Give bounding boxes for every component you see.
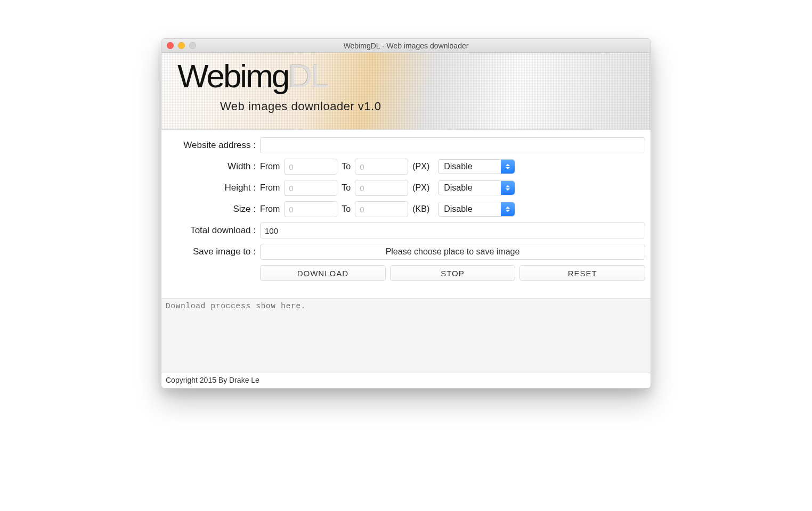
width-to-input[interactable] bbox=[355, 159, 408, 175]
logo-suffix: DL bbox=[288, 57, 327, 94]
height-label: Height : bbox=[167, 183, 260, 193]
width-from-label: From bbox=[260, 162, 280, 171]
total-label: Total download : bbox=[167, 225, 260, 236]
width-unit: (PX) bbox=[412, 162, 434, 171]
banner-subtitle: Web images downloader v1.0 bbox=[220, 100, 381, 113]
size-to-label: To bbox=[342, 204, 351, 214]
size-from-input[interactable] bbox=[284, 201, 337, 217]
save-path-button[interactable]: Please choose place to save image bbox=[260, 244, 645, 260]
size-unit: (KB) bbox=[412, 204, 434, 214]
console-text: Download proccess show here. bbox=[166, 302, 306, 310]
height-select[interactable]: Disable bbox=[438, 180, 515, 195]
reset-button[interactable]: RESET bbox=[519, 265, 645, 281]
height-select-value: Disable bbox=[444, 183, 472, 193]
maximize-icon[interactable] bbox=[189, 42, 196, 49]
height-from-input[interactable] bbox=[284, 180, 337, 196]
banner: WebimgDL Web images downloader v1.0 bbox=[161, 53, 651, 130]
titlebar: WebimgDL - Web images downloader bbox=[161, 39, 651, 53]
stop-button[interactable]: STOP bbox=[390, 265, 516, 281]
height-from-label: From bbox=[260, 183, 280, 193]
app-window: WebimgDL - Web images downloader WebimgD… bbox=[161, 38, 651, 389]
close-icon[interactable] bbox=[167, 42, 174, 49]
width-from-input[interactable] bbox=[284, 159, 337, 175]
size-select[interactable]: Disable bbox=[438, 202, 515, 217]
width-label: Width : bbox=[167, 161, 260, 172]
traffic-lights bbox=[161, 42, 196, 49]
size-select-value: Disable bbox=[444, 204, 472, 214]
website-input[interactable] bbox=[260, 137, 645, 153]
window-title: WebimgDL - Web images downloader bbox=[161, 42, 651, 50]
width-select-value: Disable bbox=[444, 162, 472, 171]
form-panel: Website address : Width : From To (PX) D… bbox=[161, 130, 651, 291]
footer: Copyright 2015 By Drake Le bbox=[161, 373, 651, 388]
copyright: Copyright 2015 By Drake Le bbox=[166, 376, 259, 384]
minimize-icon[interactable] bbox=[178, 42, 185, 49]
height-unit: (PX) bbox=[412, 183, 434, 193]
logo-main: Webimg bbox=[177, 57, 288, 94]
width-to-label: To bbox=[342, 162, 351, 171]
app-logo: WebimgDL bbox=[177, 57, 328, 95]
size-label: Size : bbox=[167, 204, 260, 215]
chevron-updown-icon bbox=[501, 181, 515, 195]
width-select[interactable]: Disable bbox=[438, 159, 515, 174]
height-to-label: To bbox=[342, 183, 351, 193]
size-from-label: From bbox=[260, 204, 280, 214]
chevron-updown-icon bbox=[501, 160, 515, 174]
height-to-input[interactable] bbox=[355, 180, 408, 196]
download-button[interactable]: DOWNLOAD bbox=[260, 265, 386, 281]
size-to-input[interactable] bbox=[355, 201, 408, 217]
website-label: Website address : bbox=[167, 140, 260, 151]
chevron-updown-icon bbox=[501, 202, 515, 216]
console-output: Download proccess show here. bbox=[161, 298, 651, 373]
total-input[interactable] bbox=[260, 222, 645, 238]
save-label: Save image to : bbox=[167, 246, 260, 257]
